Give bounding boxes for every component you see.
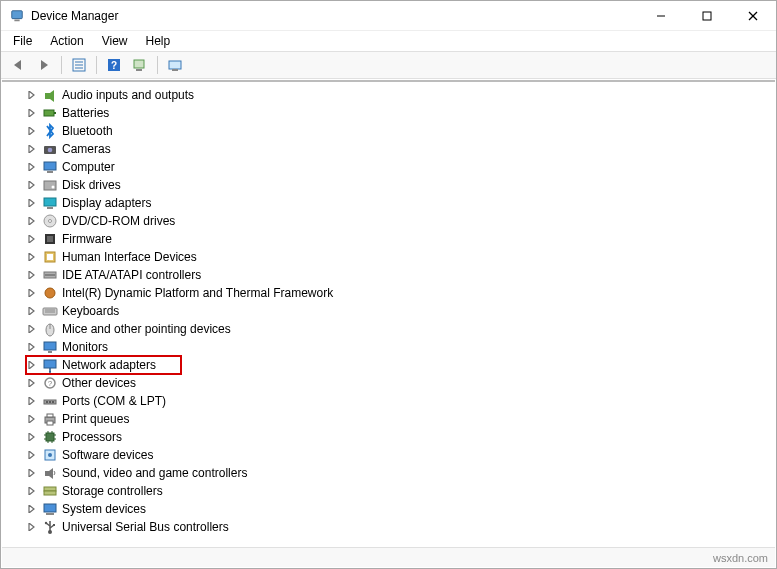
tree-item[interactable]: Software devices	[26, 446, 775, 464]
menubar: File Action View Help	[1, 31, 776, 51]
chevron-right-icon[interactable]	[26, 143, 38, 155]
tree-item[interactable]: Computer	[26, 158, 775, 176]
tree-item-label: Mice and other pointing devices	[62, 322, 231, 336]
chevron-right-icon[interactable]	[26, 377, 38, 389]
forward-button[interactable]	[33, 54, 55, 76]
tree-item[interactable]: Disk drives	[26, 176, 775, 194]
tree-item[interactable]: DVD/CD-ROM drives	[26, 212, 775, 230]
chevron-right-icon[interactable]	[26, 215, 38, 227]
statusbar	[2, 547, 775, 567]
tree-item[interactable]: Firmware	[26, 230, 775, 248]
chevron-right-icon[interactable]	[26, 107, 38, 119]
device-tree[interactable]: Audio inputs and outputsBatteriesBluetoo…	[2, 82, 775, 546]
computer-icon	[42, 159, 58, 175]
close-button[interactable]	[730, 1, 776, 31]
bluetooth-icon	[42, 123, 58, 139]
tree-item[interactable]: Mice and other pointing devices	[26, 320, 775, 338]
tree-item-label: Ports (COM & LPT)	[62, 394, 166, 408]
toolbar-separator	[61, 56, 62, 74]
chevron-right-icon[interactable]	[26, 269, 38, 281]
tree-item-label: Storage controllers	[62, 484, 163, 498]
disk-icon	[42, 177, 58, 193]
tree-item[interactable]: Network adapters	[26, 356, 181, 374]
storage-icon	[42, 483, 58, 499]
tree-item-label: Network adapters	[62, 358, 156, 372]
tree-item[interactable]: Display adapters	[26, 194, 775, 212]
tree-item[interactable]: Monitors	[26, 338, 775, 356]
tree-item-label: Disk drives	[62, 178, 121, 192]
show-hidden-button[interactable]	[164, 54, 186, 76]
back-button[interactable]	[7, 54, 29, 76]
system-icon	[42, 501, 58, 517]
chevron-right-icon[interactable]	[26, 305, 38, 317]
tree-item[interactable]: Other devices	[26, 374, 775, 392]
other-icon	[42, 375, 58, 391]
tree-item[interactable]: IDE ATA/ATAPI controllers	[26, 266, 775, 284]
chevron-right-icon[interactable]	[26, 521, 38, 533]
chevron-right-icon[interactable]	[26, 233, 38, 245]
network-icon	[42, 357, 58, 373]
chevron-right-icon[interactable]	[26, 395, 38, 407]
chevron-right-icon[interactable]	[26, 413, 38, 425]
chevron-right-icon[interactable]	[26, 125, 38, 137]
cd-icon	[42, 213, 58, 229]
tree-item[interactable]: Intel(R) Dynamic Platform and Thermal Fr…	[26, 284, 775, 302]
chevron-right-icon[interactable]	[26, 161, 38, 173]
menu-action[interactable]: Action	[42, 33, 91, 49]
tree-item-label: DVD/CD-ROM drives	[62, 214, 175, 228]
tree-item[interactable]: Ports (COM & LPT)	[26, 392, 775, 410]
software-icon	[42, 447, 58, 463]
tree-item-label: Software devices	[62, 448, 153, 462]
tree-item[interactable]: Bluetooth	[26, 122, 775, 140]
tree-item-label: Human Interface Devices	[62, 250, 197, 264]
maximize-button[interactable]	[684, 1, 730, 31]
tree-item-label: Cameras	[62, 142, 111, 156]
chevron-right-icon[interactable]	[26, 287, 38, 299]
tree-item[interactable]: Batteries	[26, 104, 775, 122]
tree-item[interactable]: Keyboards	[26, 302, 775, 320]
tree-item[interactable]: Processors	[26, 428, 775, 446]
monitor-icon	[42, 339, 58, 355]
chevron-right-icon[interactable]	[26, 323, 38, 335]
menu-file[interactable]: File	[5, 33, 40, 49]
audio-icon	[42, 87, 58, 103]
tree-item-label: System devices	[62, 502, 146, 516]
tree-item[interactable]: Universal Serial Bus controllers	[26, 518, 775, 536]
tree-item[interactable]: Cameras	[26, 140, 775, 158]
tree-item[interactable]: Storage controllers	[26, 482, 775, 500]
battery-icon	[42, 105, 58, 121]
titlebar: Device Manager	[1, 1, 776, 31]
tree-item[interactable]: Audio inputs and outputs	[26, 86, 775, 104]
menu-help[interactable]: Help	[138, 33, 179, 49]
scan-button[interactable]	[129, 54, 151, 76]
menu-view[interactable]: View	[94, 33, 136, 49]
keyboard-icon	[42, 303, 58, 319]
chevron-right-icon[interactable]	[26, 485, 38, 497]
sound-icon	[42, 465, 58, 481]
chevron-right-icon[interactable]	[26, 503, 38, 515]
minimize-button[interactable]	[638, 1, 684, 31]
chevron-right-icon[interactable]	[26, 179, 38, 191]
chevron-right-icon[interactable]	[26, 467, 38, 479]
tree-item[interactable]: Print queues	[26, 410, 775, 428]
display-icon	[42, 195, 58, 211]
usb-icon	[42, 519, 58, 535]
camera-icon	[42, 141, 58, 157]
chevron-right-icon[interactable]	[26, 89, 38, 101]
chevron-right-icon[interactable]	[26, 197, 38, 209]
chevron-right-icon[interactable]	[26, 251, 38, 263]
tree-item[interactable]: Human Interface Devices	[26, 248, 775, 266]
chevron-right-icon[interactable]	[26, 449, 38, 461]
tree-item-label: Sound, video and game controllers	[62, 466, 247, 480]
tree-item[interactable]: System devices	[26, 500, 775, 518]
help-button[interactable]: ?	[103, 54, 125, 76]
app-icon	[9, 8, 25, 24]
chevron-right-icon[interactable]	[26, 359, 38, 371]
properties-button[interactable]	[68, 54, 90, 76]
tree-item[interactable]: Sound, video and game controllers	[26, 464, 775, 482]
tree-item-label: Processors	[62, 430, 122, 444]
chevron-right-icon[interactable]	[26, 341, 38, 353]
port-icon	[42, 393, 58, 409]
tree-item-label: Print queues	[62, 412, 129, 426]
chevron-right-icon[interactable]	[26, 431, 38, 443]
